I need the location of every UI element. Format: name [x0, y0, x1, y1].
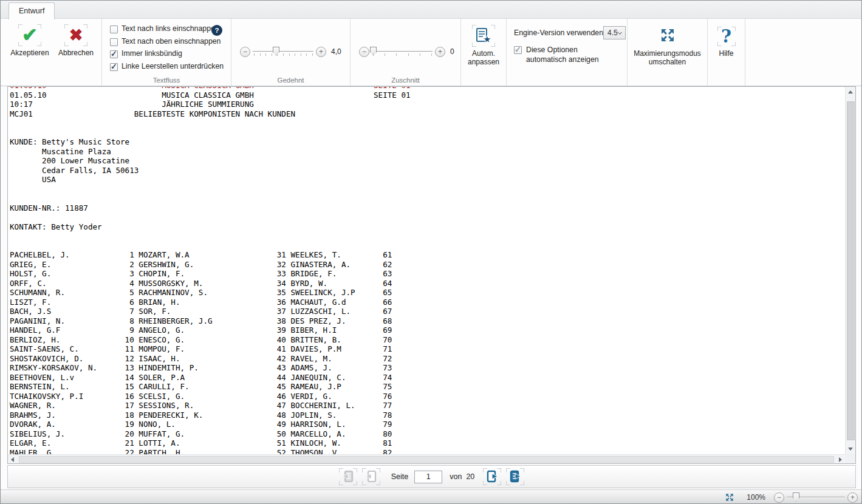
report-document[interactable]: 01.05.10 MUSICA CLASSICA GMBH SEITE 01 0… [8, 87, 845, 454]
crop-group-label: Zuschnitt [351, 77, 460, 84]
accept-label: Akzeptieren [10, 49, 49, 58]
stretch-group-label: Gedehnt [231, 77, 350, 84]
stretch-slider-row: − + 4,0 [240, 46, 350, 57]
engine-version-value: 4.5 [607, 29, 618, 37]
maximize-mode-button[interactable]: Maximierungsmodus umschalten [628, 19, 707, 66]
total-pages: 20 [466, 472, 474, 481]
crop-plus-button[interactable]: + [435, 47, 445, 57]
stretch-slider-thumb[interactable] [273, 47, 279, 56]
zoom-slider-thumb[interactable] [793, 492, 799, 502]
last-page-icon [507, 469, 523, 484]
cancel-button[interactable]: ✖ Abbrechen [54, 24, 98, 86]
confirm-group: ✔ Akzeptieren ✖ Abbrechen [1, 19, 102, 86]
checkbox-always-left-aligned[interactable]: Immer linksbündig [110, 49, 231, 62]
previous-page-button[interactable] [362, 468, 380, 485]
question-icon: ? [717, 27, 736, 46]
help-badge-icon[interactable]: ? [211, 25, 222, 36]
textfluss-group: Text nach links einschnappen Text nach o… [102, 19, 231, 86]
page-input[interactable] [414, 471, 442, 483]
horizontal-scrollbar[interactable] [8, 454, 845, 463]
maximize-group: Maximierungsmodus umschalten [628, 19, 708, 86]
scrollbar-up-arrow[interactable] [846, 87, 856, 97]
zoom-out-button[interactable]: − [774, 492, 784, 503]
engine-version-select[interactable]: 4.5 [603, 26, 626, 39]
checkbox-label: Diese Optionen automatisch anzeigen [526, 45, 617, 64]
page-label: Seite [391, 472, 409, 481]
scrollbar-left-arrow[interactable] [8, 455, 18, 464]
checkbox-icon[interactable] [110, 50, 118, 58]
scrollbar-thumb[interactable] [847, 101, 855, 440]
tab-bar: Entwurf [1, 1, 861, 19]
help-button[interactable]: ? Hilfe [708, 19, 745, 58]
crop-slider[interactable] [372, 46, 433, 57]
of-label: von [450, 472, 462, 481]
slider-track-line [253, 51, 313, 52]
vertical-scrollbar[interactable] [845, 87, 855, 454]
checkbox-label: Immer linksbündig [121, 49, 182, 58]
autofit-button[interactable]: Autom. anpassen [461, 19, 506, 66]
fit-view-button[interactable] [725, 492, 734, 502]
expand-arrows-icon [659, 27, 676, 46]
checkbox-snap-top[interactable]: Text nach oben einschnappen [110, 37, 231, 50]
cancel-label: Abbrechen [58, 49, 94, 58]
checkbox-label: Text nach links einschnappen [121, 24, 219, 33]
report-preview-area: 01.05.10 MUSICA CLASSICA GMBH SEITE 01 0… [7, 86, 856, 464]
maximize-mode-label: Maximierungsmodus umschalten [631, 50, 704, 66]
x-icon: ✖ [64, 24, 87, 46]
app-window: Entwurf ✔ Akzeptieren ✖ Abbrechen Text n… [0, 0, 862, 504]
slider-track-line [372, 51, 433, 52]
checkbox-label: Linke Leerstellen unterdrücken [121, 62, 224, 70]
autofit-label: Autom. anpassen [465, 50, 502, 66]
ribbon-filler [745, 19, 861, 86]
stretch-slider[interactable] [253, 46, 313, 57]
engine-version-row: Engine-Version verwenden 4.5 [514, 26, 621, 39]
zoom-slider[interactable] [787, 492, 845, 503]
scrollbar-right-arrow[interactable] [835, 455, 845, 464]
checkbox-icon[interactable] [514, 46, 522, 54]
stretch-minus-button[interactable]: − [240, 47, 250, 57]
crop-minus-button[interactable]: − [359, 47, 369, 57]
next-page-button[interactable] [483, 468, 501, 485]
zoom-level: 100% [747, 493, 765, 502]
scrollbar-down-arrow[interactable] [846, 444, 856, 454]
checkbox-icon[interactable] [110, 26, 118, 33]
checkbox-label: Text nach oben einschnappen [121, 37, 221, 46]
check-icon: ✔ [18, 24, 41, 46]
ribbon: ✔ Akzeptieren ✖ Abbrechen Text nach link… [1, 19, 861, 86]
tab-entwurf[interactable]: Entwurf [9, 2, 55, 19]
stretch-value: 4,0 [331, 47, 341, 56]
report-text[interactable]: 01.05.10 MUSICA CLASSICA GMBH SEITE 01 1… [10, 90, 845, 455]
scrollbar-corner [845, 454, 855, 463]
next-page-icon [485, 469, 499, 484]
checkbox-suppress-left-spaces[interactable]: Linke Leerstellen unterdrücken [110, 62, 231, 75]
crop-group: − + 0 Zuschnitt [351, 19, 461, 86]
stretch-plus-button[interactable]: + [316, 47, 326, 57]
accept-button[interactable]: ✔ Akzeptieren [8, 24, 52, 86]
zoom-in-button[interactable]: + [847, 492, 858, 503]
first-page-button[interactable] [339, 468, 357, 485]
autofit-group: Autom. anpassen [461, 19, 507, 86]
checkbox-icon[interactable] [110, 38, 118, 46]
textfluss-group-label: Textfluss [102, 77, 231, 84]
crop-value: 0 [450, 47, 454, 56]
engine-options-group: Engine-Version verwenden 4.5 Diese Optio… [507, 19, 628, 86]
help-group: ? Hilfe [708, 19, 745, 86]
last-page-button[interactable] [506, 468, 524, 485]
crop-slider-row: − + 0 [359, 46, 460, 57]
checkbox-icon[interactable] [110, 63, 118, 71]
help-label: Hilfe [719, 50, 733, 58]
status-bar: 100% − + [1, 489, 861, 504]
crop-slider-thumb[interactable] [370, 47, 377, 56]
first-page-icon [340, 469, 356, 484]
stretch-group: − + 4,0 Gedehnt [231, 19, 351, 86]
auto-show-options-checkbox[interactable]: Diese Optionen automatisch anzeigen [514, 45, 621, 64]
expand-arrows-icon [725, 492, 734, 502]
scrollbar-thumb[interactable] [19, 456, 834, 463]
document-star-icon [472, 25, 495, 47]
previous-page-icon [364, 469, 378, 484]
engine-version-label: Engine-Version verwenden [514, 29, 603, 37]
pager-bar: Seite von 20 [7, 465, 856, 488]
